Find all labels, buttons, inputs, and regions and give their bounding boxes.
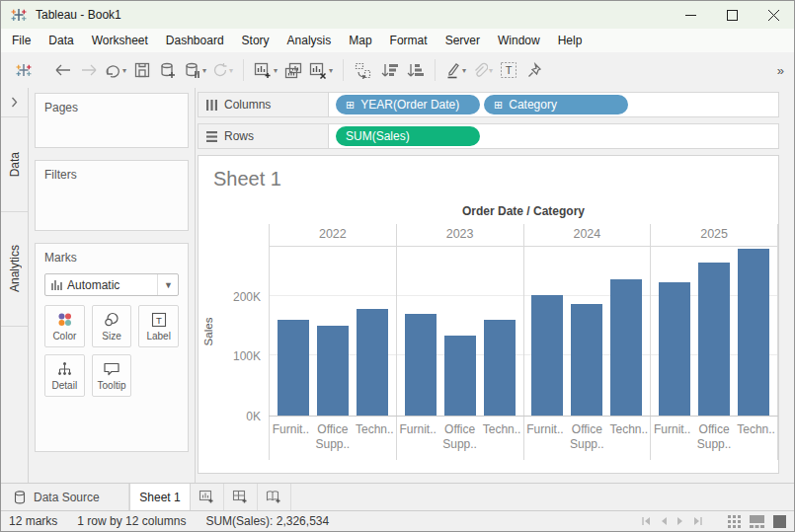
show-mark-labels-button[interactable]: T [496, 56, 521, 84]
clear-sheet-button[interactable]: ▾ [306, 56, 336, 84]
pause-auto-updates-button[interactable]: ▾ [181, 56, 209, 84]
toolbar: ▾ ▾ ▾ ▾ ▾ [1, 52, 794, 88]
bar-2025-office-supplies[interactable] [698, 263, 730, 416]
expand-plus-icon[interactable]: ⊞ [494, 100, 503, 111]
replay-animation-button[interactable]: ▾ [102, 56, 129, 84]
y-tick-label: 100K [233, 349, 261, 363]
rows-icon [206, 131, 217, 142]
close-button[interactable] [753, 1, 794, 29]
new-data-source-button[interactable] [155, 56, 181, 84]
duplicate-icon [284, 62, 302, 79]
columns-icon [206, 100, 217, 111]
new-worksheet-tab-button[interactable] [191, 484, 224, 510]
previous-sheet-icon[interactable] [660, 516, 668, 526]
filmstrip-view-icon[interactable] [750, 515, 764, 528]
bar-2022-office-supplies[interactable] [317, 326, 349, 416]
undo-button[interactable] [50, 56, 76, 84]
pill-sum-sales[interactable]: SUM(Sales) [336, 126, 480, 146]
tab-analytics[interactable]: Analytics [1, 212, 28, 327]
duplicate-button[interactable] [280, 56, 306, 84]
bar-2025-technology[interactable] [738, 249, 769, 416]
last-sheet-icon[interactable] [693, 516, 703, 526]
category-axis-row: Furnit..Office Supp..Techn..Furnit..Offi… [199, 417, 778, 460]
mark-labels-icon: T [500, 61, 517, 79]
data-source-tab[interactable]: Data Source [1, 484, 129, 510]
pause-updates-icon [184, 62, 201, 79]
pill-year-order-date[interactable]: ⊞ YEAR(Order Date) [336, 95, 480, 114]
menu-help[interactable]: Help [549, 29, 592, 52]
highlight-button[interactable]: ▾ [442, 56, 469, 84]
sheet-tab-active[interactable]: Sheet 1 [129, 484, 191, 510]
sheet-sorter-view-icon[interactable] [728, 515, 741, 528]
start-page-button[interactable] [11, 56, 37, 84]
dropdown-caret-icon[interactable]: ▾ [202, 66, 206, 75]
menu-server[interactable]: Server [437, 29, 489, 52]
color-button-label: Color [52, 331, 76, 342]
pill-category[interactable]: ⊞ Category [484, 95, 628, 114]
sheet-title[interactable]: Sheet 1 [199, 156, 778, 204]
dropdown-caret-icon[interactable]: ▾ [274, 66, 278, 75]
dropdown-caret-icon[interactable]: ▾ [122, 66, 126, 75]
expand-plus-icon[interactable]: ⊞ [346, 100, 355, 111]
swap-icon [355, 62, 372, 79]
bar-2023-office-supplies[interactable] [444, 336, 476, 416]
run-updates-icon [212, 62, 228, 78]
new-story-tab-button[interactable] [258, 484, 291, 510]
bar-2025-furniture[interactable] [659, 282, 690, 416]
sheet-tabs-bar: Data Source Sheet 1 [1, 483, 794, 510]
size-button[interactable]: Size [92, 305, 132, 347]
redo-button[interactable] [76, 56, 102, 84]
label-button[interactable]: T Label [138, 305, 179, 347]
pages-shelf[interactable]: Pages [35, 93, 189, 148]
menu-format[interactable]: Format [381, 29, 437, 52]
bar-2023-furniture[interactable] [405, 314, 437, 416]
new-worksheet-button[interactable]: ▾ [251, 56, 280, 84]
menu-file[interactable]: File [3, 29, 40, 52]
year-header-row: 2022202320242025 [199, 224, 778, 246]
color-button[interactable]: Color [44, 305, 85, 347]
dropdown-caret-icon[interactable]: ▾ [329, 66, 333, 75]
menu-data[interactable]: Data [40, 29, 82, 52]
bar-2024-office-supplies[interactable] [571, 304, 602, 416]
rows-shelf-tray[interactable]: SUM(Sales) [329, 123, 779, 149]
replay-icon [105, 63, 121, 78]
dropdown-caret-icon[interactable]: ▼ [157, 274, 173, 295]
rows-shelf: Rows SUM(Sales) [198, 123, 779, 149]
columns-label-text: Columns [224, 98, 271, 112]
fix-axes-button[interactable] [521, 56, 547, 84]
toolbar-overflow-chevron[interactable]: » [777, 63, 786, 78]
swap-rows-columns-button[interactable] [351, 56, 376, 84]
bar-2024-furniture[interactable] [531, 295, 563, 416]
marks-label: Marks [44, 251, 179, 265]
show-tabs-view-icon[interactable] [773, 515, 786, 528]
minimize-button[interactable] [670, 1, 711, 29]
bar-2022-technology[interactable] [357, 309, 388, 416]
tab-data[interactable]: Data [1, 117, 28, 212]
columns-shelf-tray[interactable]: ⊞ YEAR(Order Date) ⊞ Category [329, 92, 779, 117]
new-dashboard-tab-button[interactable] [224, 484, 258, 510]
bar-2023-technology[interactable] [484, 320, 516, 416]
maximize-button[interactable] [711, 1, 753, 29]
detail-button[interactable]: Detail [44, 354, 85, 397]
menu-dashboard[interactable]: Dashboard [157, 29, 233, 52]
tooltip-button[interactable]: Tooltip [92, 354, 132, 397]
sort-descending-button[interactable] [402, 56, 428, 84]
filters-shelf[interactable]: Filters [35, 160, 189, 231]
menu-analysis[interactable]: Analysis [278, 29, 341, 52]
menu-story[interactable]: Story [233, 29, 278, 52]
expand-pane-button[interactable] [1, 88, 28, 117]
save-button[interactable] [129, 56, 155, 84]
dropdown-caret-icon[interactable]: ▾ [462, 66, 466, 75]
next-sheet-icon[interactable] [676, 516, 684, 526]
menu-window[interactable]: Window [489, 29, 549, 52]
menu-map[interactable]: Map [340, 29, 380, 52]
detail-icon [56, 361, 73, 377]
bar-2022-furniture[interactable] [278, 320, 309, 416]
menu-worksheet[interactable]: Worksheet [83, 29, 157, 52]
pill-label: Category [509, 98, 557, 112]
mark-type-dropdown[interactable]: Automatic ▼ [44, 273, 179, 296]
bar-2024-technology[interactable] [610, 279, 642, 416]
first-sheet-icon[interactable] [641, 516, 651, 526]
rows-label-text: Rows [224, 129, 254, 143]
sort-ascending-button[interactable] [376, 56, 402, 84]
